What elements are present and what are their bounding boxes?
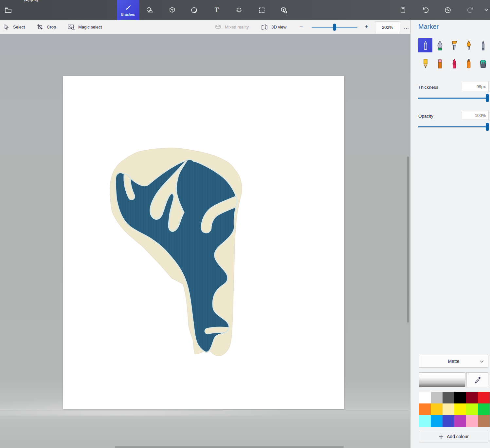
canvas-icon [258, 6, 266, 14]
palette-swatch[interactable] [478, 392, 490, 403]
brush-calligraphy-pen[interactable] [433, 38, 447, 52]
tab-effects[interactable] [228, 0, 250, 20]
calligraphy-pen-icon [435, 40, 445, 51]
magic-select-icon [68, 24, 75, 30]
palette-swatch[interactable] [466, 403, 478, 415]
brush-marker[interactable] [418, 38, 432, 52]
opacity-value: 100% [475, 113, 486, 118]
panel-title: Marker [418, 23, 439, 30]
brush-watercolour[interactable] [462, 38, 476, 52]
tab-2d-shapes[interactable] [139, 0, 161, 20]
brush-oil[interactable] [447, 38, 461, 52]
palette-swatch[interactable] [478, 403, 490, 415]
tab-stickers[interactable] [183, 0, 205, 20]
history-button[interactable] [437, 0, 459, 20]
drawing-canvas[interactable] [63, 76, 344, 409]
brush-settings-panel: Marker [410, 20, 490, 448]
watercolour-brush-icon [464, 40, 474, 51]
palette-swatch[interactable] [454, 403, 466, 415]
palette-swatch[interactable] [454, 392, 466, 403]
pixel-pen-icon [478, 40, 488, 51]
palette-swatch[interactable] [466, 415, 478, 427]
brush-spray-can[interactable] [462, 57, 476, 71]
finish-dropdown[interactable]: Matte [419, 355, 488, 368]
3d-view-icon [261, 24, 268, 30]
tab-brushes[interactable]: Brushes [117, 0, 139, 20]
shade-gradient-bar[interactable] [419, 372, 465, 387]
brush-pencil[interactable] [418, 57, 432, 71]
palette-swatch[interactable] [454, 415, 466, 427]
palette-swatch[interactable] [443, 403, 454, 415]
thickness-slider-thumb[interactable] [486, 94, 489, 102]
thickness-slider[interactable] [418, 98, 489, 99]
vertical-scrollbar[interactable] [407, 157, 409, 323]
eyedropper-button[interactable] [466, 372, 488, 387]
undo-button[interactable] [414, 0, 437, 20]
select-cursor-icon [3, 24, 10, 30]
zoom-out-button[interactable]: − [297, 20, 305, 34]
add-colour-button[interactable]: Add colour [419, 431, 488, 442]
crop-icon [37, 24, 44, 30]
tab-3d-library[interactable] [273, 0, 295, 20]
zoom-slider[interactable] [312, 27, 357, 28]
zoom-value[interactable]: 202% [375, 21, 400, 33]
3d-view-button[interactable]: 3D view [261, 20, 286, 34]
fill-bucket-icon [478, 59, 488, 69]
select-button[interactable]: Select [3, 20, 25, 34]
palette-swatch[interactable] [419, 415, 431, 427]
brush-pixel-pen[interactable] [476, 38, 490, 52]
brush-eraser[interactable] [433, 57, 447, 71]
svg-text:T: T [215, 6, 219, 13]
thickness-value: 99px [477, 84, 486, 89]
undo-icon [422, 6, 429, 14]
opacity-slider-thumb[interactable] [486, 123, 489, 131]
palette-swatch[interactable] [431, 392, 443, 403]
tab-3d-shapes[interactable] [161, 0, 183, 20]
expand-toolbar-button[interactable] [482, 0, 490, 20]
opacity-label: Opacity [418, 114, 433, 119]
palette-swatch[interactable] [478, 415, 490, 427]
3d-library-icon [280, 6, 288, 14]
redo-button[interactable] [459, 0, 481, 20]
tab-text[interactable]: T [206, 0, 228, 20]
magic-select-button[interactable]: Magic select [68, 20, 102, 34]
opacity-slider[interactable] [418, 126, 489, 127]
brush-icon [124, 4, 132, 11]
paste-button[interactable] [392, 0, 414, 20]
oil-brush-icon [449, 40, 459, 51]
menu-button[interactable] [0, 0, 16, 20]
chevron-down-icon [484, 8, 489, 13]
tab-canvas[interactable] [251, 0, 273, 20]
zoom-in-button[interactable]: + [363, 20, 371, 34]
thickness-input[interactable]: 99px [462, 82, 489, 91]
palette-swatch[interactable] [419, 392, 431, 403]
brush-crayon[interactable] [447, 57, 461, 71]
mixed-reality-label: Mixed reality [225, 25, 249, 29]
paint3d-window: (2).png Brushes [0, 0, 490, 448]
palette-swatch[interactable] [431, 403, 443, 415]
spray-can-icon [464, 59, 474, 69]
add-colour-label: Add colour [447, 434, 469, 439]
horizontal-scrollbar[interactable] [115, 446, 344, 448]
colour-palette [419, 392, 490, 427]
eraser-icon [435, 59, 445, 69]
palette-swatch[interactable] [431, 415, 443, 427]
palette-swatch[interactable] [419, 403, 431, 415]
brush-fill[interactable] [476, 57, 490, 71]
mixed-reality-icon [214, 24, 222, 30]
crop-button[interactable]: Crop [37, 20, 56, 34]
zoom-slider-thumb[interactable] [333, 24, 336, 31]
3d-view-label: 3D view [271, 25, 286, 29]
mixed-reality-button[interactable]: Mixed reality [214, 20, 249, 34]
select-label: Select [13, 25, 25, 29]
palette-swatch[interactable] [466, 392, 478, 403]
pencil-icon [421, 59, 430, 69]
clipboard-icon [399, 6, 407, 14]
palette-swatch[interactable] [443, 415, 454, 427]
text-icon: T [213, 6, 221, 14]
crayon-icon [449, 59, 459, 69]
opacity-input[interactable]: 100% [462, 111, 489, 120]
window-title-fragment: (2).png [24, 0, 39, 2]
edit-toolbar: Select Crop Magic select Mixed reality [0, 20, 410, 34]
palette-swatch[interactable] [443, 392, 454, 403]
